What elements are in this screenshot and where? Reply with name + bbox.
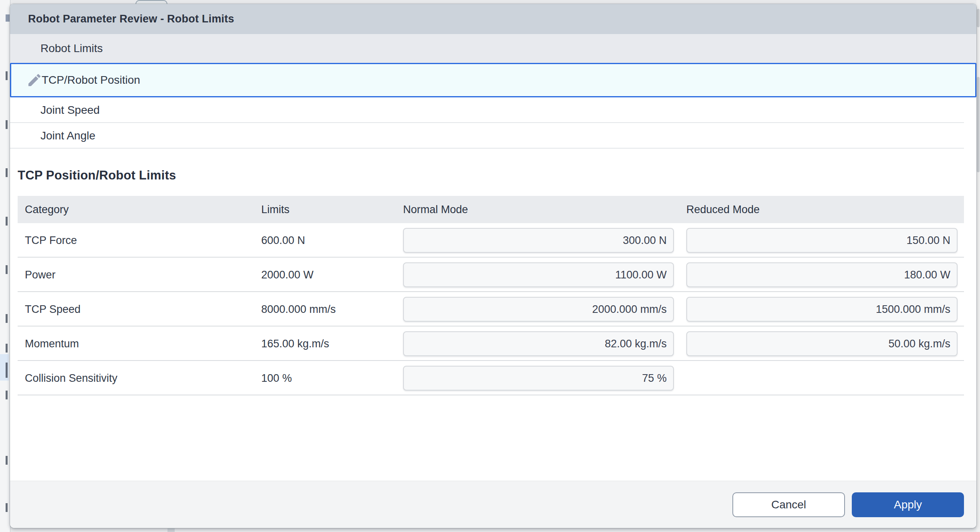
nav-item-label: Joint Speed xyxy=(40,104,100,117)
table-row-power: Power 2000.00 W xyxy=(18,258,964,292)
column-header-category: Category xyxy=(18,204,261,216)
nav-item-joint-angle[interactable]: Joint Angle xyxy=(10,123,976,149)
nav-item-joint-speed[interactable]: Joint Speed xyxy=(10,97,976,123)
limit-cell: 165.00 kg.m/s xyxy=(261,338,403,350)
table-row-collision-sensitivity: Collision Sensitivity 100 % xyxy=(18,361,964,395)
limit-cell: 600.00 N xyxy=(261,234,403,247)
normal-mode-input-momentum[interactable] xyxy=(403,331,674,356)
background-text-fragment xyxy=(6,168,8,177)
background-text-fragment xyxy=(6,391,8,399)
background-icon-fragment xyxy=(6,14,10,22)
page-scrollbar-track[interactable] xyxy=(976,0,980,532)
category-cell: TCP Speed xyxy=(18,303,261,316)
normal-mode-input-tcp-force[interactable] xyxy=(403,228,674,253)
background-text-fragment xyxy=(6,456,8,465)
table-row-tcp-force: TCP Force 600.00 N xyxy=(18,223,964,258)
robot-parameter-dialog: Robot Parameter Review - Robot Limits Ro… xyxy=(10,4,976,528)
background-text-fragment xyxy=(6,503,8,512)
page-scrollbar-thumb[interactable] xyxy=(977,9,980,27)
table-header-row: Category Limits Normal Mode Reduced Mode xyxy=(18,196,964,223)
category-cell: Collision Sensitivity xyxy=(18,372,261,385)
table-row-tcp-speed: TCP Speed 8000.000 mm/s xyxy=(18,292,964,326)
dialog-content: TCP Position/Robot Limits Category Limit… xyxy=(10,149,976,481)
cancel-button[interactable]: Cancel xyxy=(732,492,845,517)
limit-cell: 8000.000 mm/s xyxy=(261,303,403,316)
background-text-fragment xyxy=(6,265,8,274)
apply-button[interactable]: Apply xyxy=(852,492,964,517)
background-page-edge xyxy=(0,0,10,532)
normal-mode-input-collision-sensitivity[interactable] xyxy=(403,366,674,391)
dialog-title: Robot Parameter Review - Robot Limits xyxy=(28,13,234,25)
background-text-fragment xyxy=(6,314,8,323)
table-row-momentum: Momentum 165.00 kg.m/s xyxy=(18,326,964,361)
normal-mode-input-tcp-speed[interactable] xyxy=(403,297,674,322)
page-scrollbar-thumb[interactable] xyxy=(977,77,980,172)
nav-item-label: Joint Angle xyxy=(40,129,95,142)
edit-pencil-icon xyxy=(26,71,43,89)
column-header-limits: Limits xyxy=(261,204,403,216)
column-header-reduced-mode: Reduced Mode xyxy=(686,204,958,216)
limit-cell: 2000.00 W xyxy=(261,269,403,281)
background-scrollbar-thumb-fragment xyxy=(167,528,175,532)
reduced-mode-input-momentum[interactable] xyxy=(686,331,958,356)
nav-group-robot-limits[interactable]: Robot Limits xyxy=(10,34,976,63)
limits-table: Category Limits Normal Mode Reduced Mode… xyxy=(18,196,964,395)
background-text-fragment xyxy=(6,71,8,80)
background-text-fragment xyxy=(6,120,8,129)
dialog-titlebar[interactable]: Robot Parameter Review - Robot Limits xyxy=(10,4,976,34)
reduced-mode-input-tcp-speed[interactable] xyxy=(686,297,958,322)
column-header-normal-mode: Normal Mode xyxy=(403,204,674,216)
limit-cell: 100 % xyxy=(261,372,403,385)
section-title: TCP Position/Robot Limits xyxy=(18,168,976,183)
category-cell: Momentum xyxy=(18,338,261,350)
background-text-fragment xyxy=(6,344,8,353)
category-cell: Power xyxy=(18,269,261,281)
background-text-fragment xyxy=(6,217,8,226)
nav-group-label: Robot Limits xyxy=(40,42,103,55)
nav-item-tcp-robot-position[interactable]: TCP/Robot Position xyxy=(10,63,976,97)
background-text-fragment xyxy=(6,363,8,378)
normal-mode-input-power[interactable] xyxy=(403,262,674,287)
reduced-mode-input-tcp-force[interactable] xyxy=(686,228,958,253)
reduced-mode-input-power[interactable] xyxy=(686,262,958,287)
dialog-footer: Cancel Apply xyxy=(10,481,976,528)
category-cell: TCP Force xyxy=(18,234,261,247)
nav-item-label: TCP/Robot Position xyxy=(42,74,140,87)
